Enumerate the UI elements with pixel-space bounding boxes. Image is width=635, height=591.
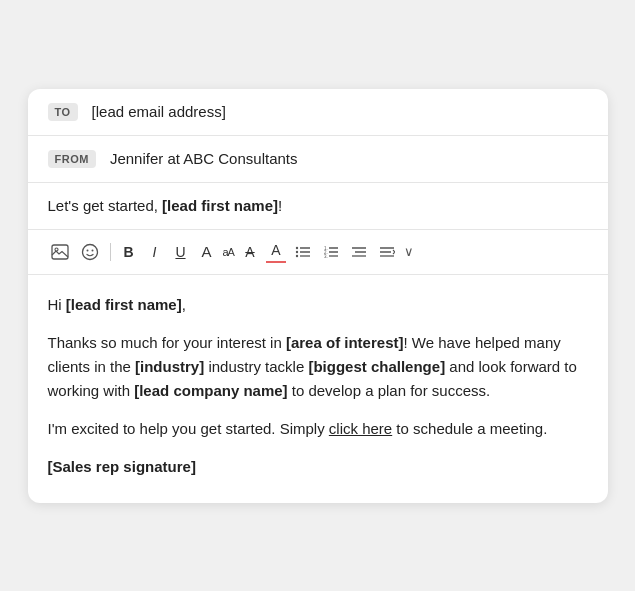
para1-placeholder-3: [biggest challenge] [308,358,445,375]
from-value[interactable]: Jennifer at ABC Consultants [110,150,298,167]
para1-placeholder-4: [lead company name] [134,382,287,399]
emoji-icon[interactable] [78,240,102,264]
from-row: FROM Jennifer at ABC Consultants [28,136,608,183]
greeting-placeholder: [lead first name] [66,296,182,313]
greeting-suffix: , [182,296,186,313]
svg-point-3 [86,249,88,251]
toolbar-divider-1 [110,243,111,261]
email-compose-card: TO [lead email address] FROM Jennifer at… [28,89,608,503]
para1-text-5: to develop a plan for success. [288,382,491,399]
font-size-aa-button[interactable]: aA [223,246,234,258]
para2-text-2: to schedule a meeting. [392,420,547,437]
strikethrough-button[interactable]: A [240,241,260,263]
svg-point-4 [91,249,93,251]
paragraph-3: [Sales rep signature] [48,455,588,479]
paragraph-1: Thanks so much for your interest in [are… [48,331,588,403]
outdent-button[interactable] [376,241,398,263]
para1-text-1: Thanks so much for your interest in [48,334,286,351]
svg-point-8 [296,246,298,248]
click-here-link[interactable]: click here [329,420,392,437]
para1-placeholder-1: [area of interest] [286,334,404,351]
italic-button[interactable]: I [145,241,165,263]
svg-point-2 [82,244,97,259]
numbered-list-button[interactable]: 1. 2. 3. [320,241,342,263]
chevron-down-icon[interactable]: ∨ [404,244,414,259]
bullet-list-button[interactable] [292,241,314,263]
formatting-toolbar: B I U A aA A A 1. 2. 3. [28,230,608,275]
subject-placeholder: [lead first name] [162,197,278,214]
subject-suffix: ! [278,197,282,214]
font-size-button[interactable]: A [197,241,217,263]
subject-text: Let's get started, [lead first name]! [48,197,283,214]
para1-placeholder-2: [industry] [135,358,204,375]
greeting-prefix: Hi [48,296,66,313]
font-color-button[interactable]: A [266,241,286,263]
svg-point-9 [296,250,298,252]
from-label: FROM [48,150,96,168]
subject-prefix: Let's get started, [48,197,163,214]
to-label: TO [48,103,78,121]
svg-text:3.: 3. [324,254,328,259]
to-value[interactable]: [lead email address] [92,103,226,120]
indent-button[interactable] [348,241,370,263]
para2-text-1: I'm excited to help you get started. Sim… [48,420,329,437]
bold-button[interactable]: B [119,241,139,263]
to-row: TO [lead email address] [28,89,608,136]
email-body: Hi [lead first name], Thanks so much for… [28,275,608,503]
para1-text-3: industry tackle [204,358,308,375]
svg-point-1 [55,248,58,251]
greeting-line: Hi [lead first name], [48,293,588,317]
svg-point-10 [296,254,298,256]
image-icon[interactable] [48,240,72,264]
subject-row[interactable]: Let's get started, [lead first name]! [28,183,608,230]
paragraph-2: I'm excited to help you get started. Sim… [48,417,588,441]
signature-placeholder: [Sales rep signature] [48,458,196,475]
underline-button[interactable]: U [171,241,191,263]
